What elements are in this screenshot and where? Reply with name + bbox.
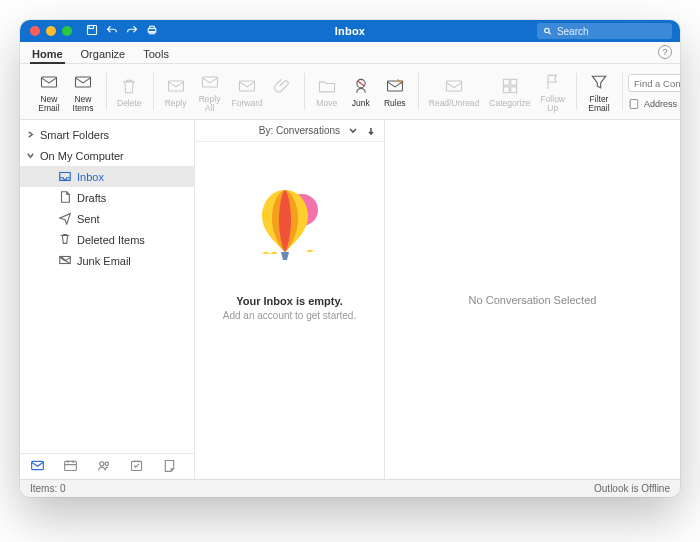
svg-rect-3 <box>150 26 155 28</box>
nav-dock <box>20 453 194 479</box>
svg-point-23 <box>105 462 108 465</box>
sort-direction-icon[interactable] <box>366 126 376 136</box>
address-book-button[interactable]: Address Book <box>628 98 680 110</box>
reading-pane: No Conversation Selected <box>385 120 680 479</box>
search-icon <box>543 26 552 36</box>
sidebar-folder-deleted[interactable]: Deleted Items <box>20 229 194 250</box>
junk-button[interactable]: Junk <box>344 67 378 116</box>
window-controls <box>20 26 72 36</box>
nav-notes-icon[interactable] <box>162 458 177 475</box>
drafts-icon <box>58 190 72 206</box>
svg-rect-7 <box>76 77 91 87</box>
sidebar-group-on-my-computer[interactable]: On My Computer <box>20 145 194 166</box>
sent-icon <box>58 211 72 227</box>
attachment-button[interactable] <box>268 67 298 116</box>
status-item-count: Items: 0 <box>30 483 66 494</box>
sidebar-folder-drafts[interactable]: Drafts <box>20 187 194 208</box>
search-box[interactable] <box>537 23 672 39</box>
svg-rect-14 <box>503 79 509 85</box>
nav-people-icon[interactable] <box>96 458 111 475</box>
message-list-pane: By: Conversations Your Inbox <box>195 120 385 479</box>
find-contact-field[interactable] <box>628 73 680 93</box>
tab-home[interactable]: Home <box>30 48 65 63</box>
zoom-window-button[interactable] <box>62 26 72 36</box>
save-icon[interactable] <box>86 24 98 38</box>
svg-rect-20 <box>32 461 44 469</box>
chevron-right-icon <box>26 130 35 139</box>
nav-mail-icon[interactable] <box>30 458 45 475</box>
ribbon-tabs: Home Organize Tools ? <box>20 42 680 64</box>
svg-rect-9 <box>202 77 217 87</box>
categorize-button[interactable]: Categorize <box>484 67 535 116</box>
move-button[interactable]: Move <box>310 67 344 116</box>
svg-rect-16 <box>503 87 509 93</box>
new-email-button[interactable]: New Email <box>32 67 66 116</box>
delete-button[interactable]: Delete <box>112 67 147 116</box>
svg-rect-15 <box>511 79 517 85</box>
sidebar-folder-junk[interactable]: Junk Email <box>20 250 194 271</box>
balloon-illustration <box>250 182 330 277</box>
empty-subtitle: Add an account to get started. <box>223 310 356 321</box>
svg-rect-6 <box>42 77 57 87</box>
status-connection: Outlook is Offline <box>594 483 670 494</box>
close-window-button[interactable] <box>30 26 40 36</box>
svg-rect-18 <box>630 100 638 109</box>
status-bar: Items: 0 Outlook is Offline <box>20 479 680 497</box>
svg-rect-8 <box>168 81 183 91</box>
svg-rect-1 <box>89 26 94 29</box>
tab-organize[interactable]: Organize <box>79 48 128 63</box>
search-input[interactable] <box>557 26 666 37</box>
svg-point-22 <box>100 462 104 466</box>
rules-button[interactable]: Rules <box>378 67 412 116</box>
svg-point-5 <box>545 28 549 32</box>
reply-button[interactable]: Reply <box>159 67 193 116</box>
find-contact-input[interactable] <box>628 74 680 92</box>
titlebar: Inbox <box>20 20 680 42</box>
nav-tasks-icon[interactable] <box>129 458 144 475</box>
reading-pane-placeholder: No Conversation Selected <box>469 294 597 306</box>
read-unread-button[interactable]: Read/Unread <box>424 67 485 116</box>
redo-icon[interactable] <box>126 24 138 38</box>
list-sort-header[interactable]: By: Conversations <box>195 120 384 142</box>
svg-rect-17 <box>511 87 517 93</box>
sidebar-group-smart-folders[interactable]: Smart Folders <box>20 124 194 145</box>
folder-sidebar: Smart Folders On My Computer Inbox Draft… <box>20 120 195 479</box>
svg-rect-13 <box>447 81 462 91</box>
chevron-down-icon <box>26 151 35 160</box>
empty-title: Your Inbox is empty. <box>236 295 343 307</box>
ribbon: New Email New Items Delete Reply Reply A… <box>20 64 680 120</box>
reply-all-button[interactable]: Reply All <box>193 67 227 116</box>
follow-up-button[interactable]: Follow Up <box>535 67 570 116</box>
nav-calendar-icon[interactable] <box>63 458 78 475</box>
new-items-button[interactable]: New Items <box>66 67 100 116</box>
forward-button[interactable]: Forward <box>227 67 268 116</box>
sidebar-folder-inbox[interactable]: Inbox <box>20 166 194 187</box>
empty-inbox-state: Your Inbox is empty. Add an account to g… <box>195 142 384 479</box>
svg-rect-10 <box>240 81 255 91</box>
minimize-window-button[interactable] <box>46 26 56 36</box>
inbox-icon <box>58 169 72 185</box>
filter-email-button[interactable]: Filter Email <box>582 67 616 116</box>
svg-rect-21 <box>65 461 77 470</box>
tab-tools[interactable]: Tools <box>141 48 171 63</box>
junk-icon <box>58 253 72 269</box>
undo-icon[interactable] <box>106 24 118 38</box>
sidebar-folder-sent[interactable]: Sent <box>20 208 194 229</box>
help-icon[interactable]: ? <box>658 45 672 59</box>
trash-icon <box>58 232 72 248</box>
print-icon[interactable] <box>146 24 158 38</box>
chevron-down-icon <box>348 126 358 136</box>
sort-by-label: By: Conversations <box>259 125 340 136</box>
